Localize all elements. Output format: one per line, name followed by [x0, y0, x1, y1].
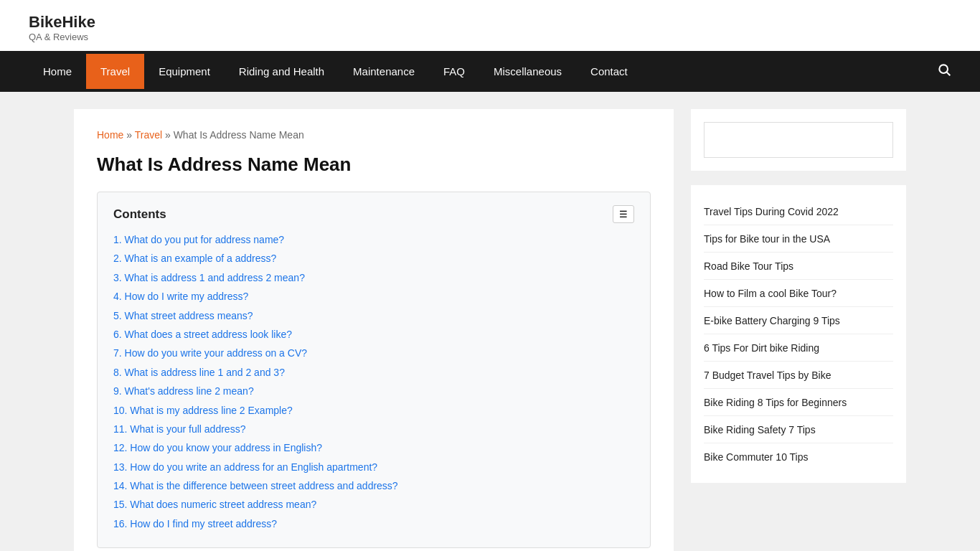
sidebar-link[interactable]: How to Film a cool Bike Tour?	[704, 288, 837, 299]
sidebar-link[interactable]: E-bike Battery Charging 9 Tips	[704, 315, 840, 326]
toc-item: 13. How do you write an address for an E…	[113, 459, 634, 475]
toc-link[interactable]: 8. What is address line 1 and 2 and 3?	[113, 367, 285, 378]
toc-item: 16. How do I find my street address?	[113, 516, 634, 532]
site-header: BikeHike QA & Reviews	[0, 0, 980, 51]
list-item: E-bike Battery Charging 9 Tips	[704, 307, 893, 334]
sidebar-links-list: Travel Tips During Covid 2022Tips for Bi…	[704, 198, 893, 470]
sidebar-search-widget	[691, 109, 906, 171]
nav-home[interactable]: Home	[29, 54, 86, 89]
toc-item: 15. What does numeric street address mea…	[113, 496, 634, 512]
toc-item: 3. What is address 1 and address 2 mean?	[113, 270, 634, 286]
site-subtitle: QA & Reviews	[29, 32, 951, 42]
toc-list: 1. What do you put for address name?2. W…	[113, 232, 634, 532]
list-item: 6 Tips For Dirt bike Riding	[704, 334, 893, 362]
sidebar-link[interactable]: Bike Commuter 10 Tips	[704, 451, 809, 463]
toc-box: Contents ☰ 1. What do you put for addres…	[97, 192, 651, 548]
sidebar-link[interactable]: 6 Tips For Dirt bike Riding	[704, 342, 819, 354]
toc-link[interactable]: 6. What does a street address look like?	[113, 329, 292, 340]
search-icon[interactable]	[937, 51, 951, 92]
toc-link[interactable]: 9. What's address line 2 mean?	[113, 385, 254, 397]
site-title[interactable]: BikeHike	[29, 13, 951, 32]
list-item: Bike Commuter 10 Tips	[704, 443, 893, 470]
toc-toggle-icon: ☰	[619, 209, 628, 220]
toc-link[interactable]: 14. What is the difference between stree…	[113, 480, 398, 491]
list-item: Road Bike Tour Tips	[704, 253, 893, 280]
breadcrumb-travel[interactable]: Travel	[135, 129, 162, 141]
toc-link[interactable]: 3. What is address 1 and address 2 mean?	[113, 272, 305, 283]
nav-maintenance[interactable]: Maintenance	[339, 54, 429, 89]
nav-contact[interactable]: Contact	[576, 54, 642, 89]
toc-link[interactable]: 10. What is my address line 2 Example?	[113, 405, 293, 416]
toc-link[interactable]: 1. What do you put for address name?	[113, 234, 284, 245]
toc-item: 5. What street address means?	[113, 308, 634, 324]
list-item: How to Film a cool Bike Tour?	[704, 280, 893, 307]
toc-item: 1. What do you put for address name?	[113, 232, 634, 248]
toc-item: 11. What is your full address?	[113, 421, 634, 437]
sidebar-search-box	[704, 122, 893, 158]
toc-header: Contents ☰	[113, 205, 634, 223]
list-item: Bike Riding 8 Tips for Beginners	[704, 389, 893, 416]
nav-riding-health[interactable]: Riding and Health	[225, 54, 339, 89]
svg-line-1	[947, 72, 951, 76]
toc-link[interactable]: 5. What street address means?	[113, 310, 253, 321]
main-content: Home » Travel » What Is Address Name Mea…	[74, 109, 674, 551]
breadcrumb: Home » Travel » What Is Address Name Mea…	[97, 129, 651, 141]
list-item: 7 Budget Travel Tips by Bike	[704, 362, 893, 389]
sidebar-link[interactable]: Travel Tips During Covid 2022	[704, 206, 839, 217]
toc-title: Contents	[113, 207, 166, 222]
toc-toggle-button[interactable]: ☰	[613, 205, 634, 223]
sidebar-link[interactable]: Road Bike Tour Tips	[704, 260, 793, 272]
list-item: Travel Tips During Covid 2022	[704, 198, 893, 225]
toc-item: 12. How do you know your address in Engl…	[113, 440, 634, 456]
sidebar-link[interactable]: Bike Riding 8 Tips for Beginners	[704, 397, 847, 408]
toc-item: 6. What does a street address look like?	[113, 326, 634, 342]
nav-travel[interactable]: Travel	[86, 54, 144, 89]
svg-point-0	[939, 65, 948, 73]
toc-link[interactable]: 12. How do you know your address in Engl…	[113, 442, 322, 453]
toc-item: 9. What's address line 2 mean?	[113, 383, 634, 399]
page-container: Home » Travel » What Is Address Name Mea…	[60, 109, 920, 551]
list-item: Bike Riding Safety 7 Tips	[704, 416, 893, 443]
nav-faq[interactable]: FAQ	[429, 54, 479, 89]
toc-link[interactable]: 15. What does numeric street address mea…	[113, 499, 316, 510]
toc-item: 10. What is my address line 2 Example?	[113, 402, 634, 418]
sidebar-link[interactable]: 7 Budget Travel Tips by Bike	[704, 369, 831, 381]
toc-link[interactable]: 16. How do I find my street address?	[113, 518, 277, 529]
toc-link[interactable]: 2. What is an example of a address?	[113, 253, 276, 264]
page-title: What Is Address Name Mean	[97, 154, 651, 176]
toc-link[interactable]: 4. How do I write my address?	[113, 291, 248, 302]
toc-item: 2. What is an example of a address?	[113, 250, 634, 266]
main-nav: Home Travel Equipment Riding and Health …	[0, 51, 980, 92]
sidebar-link[interactable]: Tips for Bike tour in the USA	[704, 233, 830, 245]
list-item: Tips for Bike tour in the USA	[704, 225, 893, 253]
sidebar: Travel Tips During Covid 2022Tips for Bi…	[691, 109, 906, 551]
breadcrumb-home[interactable]: Home	[97, 129, 123, 141]
toc-link[interactable]: 13. How do you write an address for an E…	[113, 461, 377, 473]
toc-item: 4. How do I write my address?	[113, 288, 634, 304]
nav-equipment[interactable]: Equipment	[144, 54, 225, 89]
toc-link[interactable]: 7. How do you write your address on a CV…	[113, 347, 307, 359]
nav-miscellaneous[interactable]: Miscellaneous	[479, 54, 576, 89]
sidebar-link[interactable]: Bike Riding Safety 7 Tips	[704, 424, 816, 435]
breadcrumb-current: What Is Address Name Mean	[174, 129, 304, 141]
toc-item: 14. What is the difference between stree…	[113, 478, 634, 494]
sidebar-links-widget: Travel Tips During Covid 2022Tips for Bi…	[691, 185, 906, 483]
toc-item: 8. What is address line 1 and 2 and 3?	[113, 364, 634, 380]
toc-item: 7. How do you write your address on a CV…	[113, 345, 634, 361]
toc-link[interactable]: 11. What is your full address?	[113, 423, 245, 435]
